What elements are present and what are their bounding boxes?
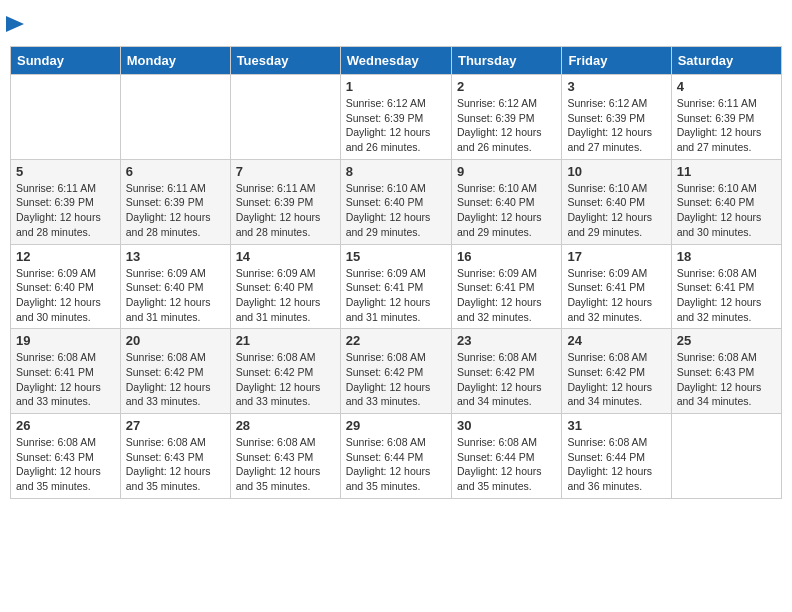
calendar-cell: 25Sunrise: 6:08 AMSunset: 6:43 PMDayligh… [671, 329, 781, 414]
calendar-cell: 17Sunrise: 6:09 AMSunset: 6:41 PMDayligh… [562, 244, 671, 329]
day-number: 14 [236, 249, 335, 264]
calendar-week-4: 19Sunrise: 6:08 AMSunset: 6:41 PMDayligh… [11, 329, 782, 414]
day-info: Sunrise: 6:08 AMSunset: 6:42 PMDaylight:… [457, 350, 556, 409]
day-header-tuesday: Tuesday [230, 47, 340, 75]
day-header-thursday: Thursday [451, 47, 561, 75]
day-number: 10 [567, 164, 665, 179]
day-number: 28 [236, 418, 335, 433]
day-number: 9 [457, 164, 556, 179]
calendar-cell: 6Sunrise: 6:11 AMSunset: 6:39 PMDaylight… [120, 159, 230, 244]
day-info: Sunrise: 6:08 AMSunset: 6:43 PMDaylight:… [16, 435, 115, 494]
day-info: Sunrise: 6:11 AMSunset: 6:39 PMDaylight:… [236, 181, 335, 240]
day-number: 15 [346, 249, 446, 264]
calendar-header: SundayMondayTuesdayWednesdayThursdayFrid… [11, 47, 782, 75]
day-number: 24 [567, 333, 665, 348]
calendar-cell: 18Sunrise: 6:08 AMSunset: 6:41 PMDayligh… [671, 244, 781, 329]
calendar-cell [11, 75, 121, 160]
calendar-cell: 22Sunrise: 6:08 AMSunset: 6:42 PMDayligh… [340, 329, 451, 414]
header [10, 10, 782, 38]
calendar-week-1: 1Sunrise: 6:12 AMSunset: 6:39 PMDaylight… [11, 75, 782, 160]
day-info: Sunrise: 6:09 AMSunset: 6:41 PMDaylight:… [457, 266, 556, 325]
calendar-cell: 2Sunrise: 6:12 AMSunset: 6:39 PMDaylight… [451, 75, 561, 160]
day-number: 23 [457, 333, 556, 348]
day-info: Sunrise: 6:08 AMSunset: 6:42 PMDaylight:… [236, 350, 335, 409]
svg-marker-0 [6, 16, 24, 32]
day-info: Sunrise: 6:10 AMSunset: 6:40 PMDaylight:… [457, 181, 556, 240]
calendar-cell [671, 414, 781, 499]
day-number: 8 [346, 164, 446, 179]
day-number: 17 [567, 249, 665, 264]
day-info: Sunrise: 6:08 AMSunset: 6:42 PMDaylight:… [346, 350, 446, 409]
calendar-cell: 21Sunrise: 6:08 AMSunset: 6:42 PMDayligh… [230, 329, 340, 414]
day-info: Sunrise: 6:08 AMSunset: 6:43 PMDaylight:… [126, 435, 225, 494]
logo [14, 10, 26, 38]
day-number: 19 [16, 333, 115, 348]
calendar-cell: 24Sunrise: 6:08 AMSunset: 6:42 PMDayligh… [562, 329, 671, 414]
calendar-cell: 14Sunrise: 6:09 AMSunset: 6:40 PMDayligh… [230, 244, 340, 329]
day-info: Sunrise: 6:09 AMSunset: 6:40 PMDaylight:… [126, 266, 225, 325]
day-info: Sunrise: 6:12 AMSunset: 6:39 PMDaylight:… [457, 96, 556, 155]
day-info: Sunrise: 6:08 AMSunset: 6:43 PMDaylight:… [236, 435, 335, 494]
day-number: 29 [346, 418, 446, 433]
day-info: Sunrise: 6:11 AMSunset: 6:39 PMDaylight:… [126, 181, 225, 240]
calendar-cell: 1Sunrise: 6:12 AMSunset: 6:39 PMDaylight… [340, 75, 451, 160]
day-header-saturday: Saturday [671, 47, 781, 75]
day-info: Sunrise: 6:08 AMSunset: 6:44 PMDaylight:… [346, 435, 446, 494]
day-number: 5 [16, 164, 115, 179]
day-info: Sunrise: 6:09 AMSunset: 6:41 PMDaylight:… [346, 266, 446, 325]
day-info: Sunrise: 6:08 AMSunset: 6:43 PMDaylight:… [677, 350, 776, 409]
calendar-week-2: 5Sunrise: 6:11 AMSunset: 6:39 PMDaylight… [11, 159, 782, 244]
day-info: Sunrise: 6:10 AMSunset: 6:40 PMDaylight:… [346, 181, 446, 240]
calendar-cell: 16Sunrise: 6:09 AMSunset: 6:41 PMDayligh… [451, 244, 561, 329]
day-number: 7 [236, 164, 335, 179]
calendar-cell: 26Sunrise: 6:08 AMSunset: 6:43 PMDayligh… [11, 414, 121, 499]
day-info: Sunrise: 6:11 AMSunset: 6:39 PMDaylight:… [16, 181, 115, 240]
day-info: Sunrise: 6:08 AMSunset: 6:42 PMDaylight:… [126, 350, 225, 409]
day-info: Sunrise: 6:09 AMSunset: 6:40 PMDaylight:… [236, 266, 335, 325]
day-number: 1 [346, 79, 446, 94]
calendar-cell: 3Sunrise: 6:12 AMSunset: 6:39 PMDaylight… [562, 75, 671, 160]
day-number: 31 [567, 418, 665, 433]
day-number: 13 [126, 249, 225, 264]
day-number: 25 [677, 333, 776, 348]
day-number: 11 [677, 164, 776, 179]
day-header-monday: Monday [120, 47, 230, 75]
calendar-week-3: 12Sunrise: 6:09 AMSunset: 6:40 PMDayligh… [11, 244, 782, 329]
day-number: 20 [126, 333, 225, 348]
day-info: Sunrise: 6:08 AMSunset: 6:44 PMDaylight:… [567, 435, 665, 494]
calendar-cell: 8Sunrise: 6:10 AMSunset: 6:40 PMDaylight… [340, 159, 451, 244]
day-number: 26 [16, 418, 115, 433]
day-info: Sunrise: 6:12 AMSunset: 6:39 PMDaylight:… [567, 96, 665, 155]
day-number: 2 [457, 79, 556, 94]
day-number: 21 [236, 333, 335, 348]
calendar-cell: 23Sunrise: 6:08 AMSunset: 6:42 PMDayligh… [451, 329, 561, 414]
day-number: 22 [346, 333, 446, 348]
day-number: 16 [457, 249, 556, 264]
day-number: 12 [16, 249, 115, 264]
calendar-cell [230, 75, 340, 160]
day-header-friday: Friday [562, 47, 671, 75]
calendar-cell: 7Sunrise: 6:11 AMSunset: 6:39 PMDaylight… [230, 159, 340, 244]
day-info: Sunrise: 6:08 AMSunset: 6:42 PMDaylight:… [567, 350, 665, 409]
calendar-cell [120, 75, 230, 160]
day-info: Sunrise: 6:10 AMSunset: 6:40 PMDaylight:… [677, 181, 776, 240]
calendar-cell: 4Sunrise: 6:11 AMSunset: 6:39 PMDaylight… [671, 75, 781, 160]
day-number: 27 [126, 418, 225, 433]
calendar-cell: 29Sunrise: 6:08 AMSunset: 6:44 PMDayligh… [340, 414, 451, 499]
calendar-week-5: 26Sunrise: 6:08 AMSunset: 6:43 PMDayligh… [11, 414, 782, 499]
calendar-cell: 12Sunrise: 6:09 AMSunset: 6:40 PMDayligh… [11, 244, 121, 329]
day-info: Sunrise: 6:08 AMSunset: 6:41 PMDaylight:… [16, 350, 115, 409]
day-number: 30 [457, 418, 556, 433]
day-info: Sunrise: 6:09 AMSunset: 6:41 PMDaylight:… [567, 266, 665, 325]
calendar-cell: 27Sunrise: 6:08 AMSunset: 6:43 PMDayligh… [120, 414, 230, 499]
calendar-body: 1Sunrise: 6:12 AMSunset: 6:39 PMDaylight… [11, 75, 782, 499]
day-number: 6 [126, 164, 225, 179]
calendar-cell: 10Sunrise: 6:10 AMSunset: 6:40 PMDayligh… [562, 159, 671, 244]
day-info: Sunrise: 6:10 AMSunset: 6:40 PMDaylight:… [567, 181, 665, 240]
calendar-cell: 28Sunrise: 6:08 AMSunset: 6:43 PMDayligh… [230, 414, 340, 499]
day-header-wednesday: Wednesday [340, 47, 451, 75]
day-info: Sunrise: 6:11 AMSunset: 6:39 PMDaylight:… [677, 96, 776, 155]
calendar-table: SundayMondayTuesdayWednesdayThursdayFrid… [10, 46, 782, 499]
day-header-sunday: Sunday [11, 47, 121, 75]
calendar-cell: 9Sunrise: 6:10 AMSunset: 6:40 PMDaylight… [451, 159, 561, 244]
